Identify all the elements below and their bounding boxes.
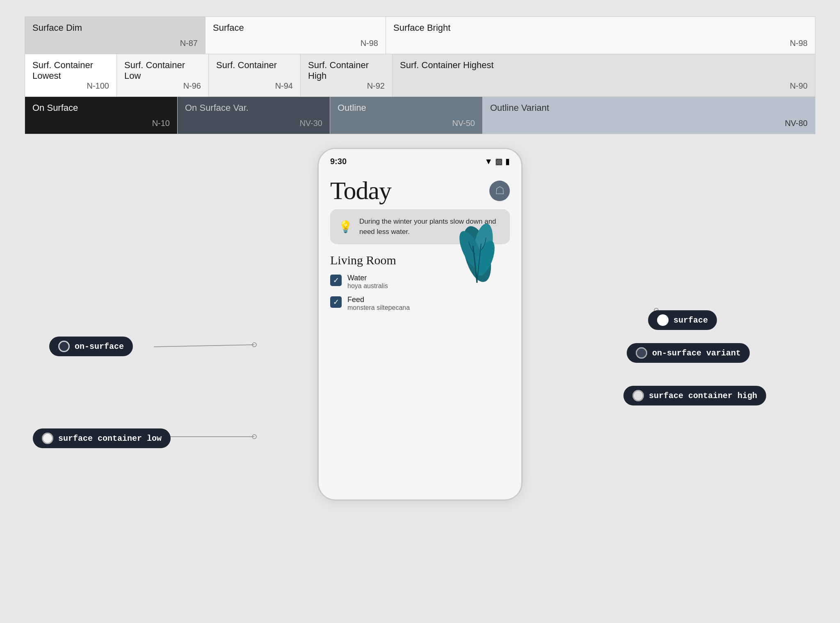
avatar-button[interactable]: ☖ bbox=[489, 181, 510, 201]
user-icon: ☖ bbox=[495, 184, 504, 197]
sc-high-label: Surf. Container High bbox=[308, 60, 385, 81]
sc-highest-label: Surf. Container Highest bbox=[400, 60, 808, 71]
outline-variant-code: NV-80 bbox=[785, 119, 808, 128]
on-surface-annotation-text: on-surface bbox=[75, 342, 124, 351]
status-time: 9:30 bbox=[330, 157, 347, 166]
palette-cell-surface-dim: Surface Dim N-87 bbox=[25, 17, 205, 54]
palette-cell-outline-variant: Outline Variant NV-80 bbox=[483, 97, 815, 134]
annotation-on-surface-variant: on-surface variant bbox=[627, 343, 750, 363]
surface-container-low-annotation-text: surface container low bbox=[58, 434, 162, 443]
battery-icon: ▮ bbox=[505, 156, 510, 166]
header-row: Today ☖ bbox=[330, 176, 510, 205]
surface-container-high-annotation-text: surface container high bbox=[649, 391, 757, 401]
checkbox-0[interactable]: ✓ bbox=[330, 275, 342, 286]
lightbulb-icon: 💡 bbox=[338, 220, 353, 234]
on-surface-variant-circle bbox=[636, 347, 647, 359]
checkmark-icon-0: ✓ bbox=[333, 276, 339, 285]
palette-cell-surface: Surface N-98 bbox=[205, 17, 386, 54]
on-surface-variant-annotation-text: on-surface variant bbox=[652, 348, 741, 358]
sc-lowest-label: Surf. Container Lowest bbox=[32, 60, 109, 81]
task-text-0: Water hoya australis bbox=[347, 274, 388, 290]
tasks-area: ✓ Water hoya australis ✓ Feed monstera s… bbox=[330, 274, 510, 312]
checkbox-1[interactable]: ✓ bbox=[330, 296, 342, 308]
surface-container-high-circle bbox=[632, 390, 644, 401]
annotation-on-surface: on-surface bbox=[49, 337, 133, 356]
on-surface-var-label: On Surface Var. bbox=[185, 103, 322, 113]
surface-annotation-text: surface bbox=[673, 316, 708, 325]
signal-icon: ▩ bbox=[495, 156, 503, 166]
task-sub-1: monstera siltepecana bbox=[347, 304, 410, 312]
task-text-1: Feed monstera siltepecana bbox=[347, 295, 410, 312]
on-surface-var-code: NV-30 bbox=[299, 119, 322, 128]
sc-low-label: Surf. Container Low bbox=[124, 60, 201, 81]
palette-row-3: On Surface N-10 On Surface Var. NV-30 Ou… bbox=[25, 97, 815, 134]
annotation-surface-container-high: surface container high bbox=[623, 386, 766, 405]
surface-container-low-circle bbox=[42, 433, 53, 444]
sc-highest-code: N-90 bbox=[790, 81, 808, 91]
phone-frame: 9:30 ▼ ▩ ▮ Today ☖ 💡 During the winter y… bbox=[317, 148, 523, 501]
surface-bright-code: N-98 bbox=[790, 39, 808, 48]
phone-content: Today ☖ 💡 During the winter your plants … bbox=[319, 170, 521, 498]
outline-variant-label: Outline Variant bbox=[490, 103, 808, 113]
surface-dim-label: Surface Dim bbox=[32, 23, 198, 33]
palette-cell-sc-low: Surf. Container Low N-96 bbox=[117, 54, 209, 96]
wifi-icon: ▼ bbox=[484, 157, 493, 166]
outline-code: NV-50 bbox=[452, 119, 475, 128]
palette-cell-sc-high: Surf. Container High N-92 bbox=[301, 54, 393, 96]
sc-high-code: N-92 bbox=[367, 81, 385, 91]
sc-low-code: N-96 bbox=[183, 81, 201, 91]
palette-section: Surface Dim N-87 Surface N-98 Surface Br… bbox=[25, 16, 815, 134]
checkmark-icon-1: ✓ bbox=[333, 298, 339, 307]
today-title: Today bbox=[330, 176, 391, 205]
palette-cell-outline: Outline NV-50 bbox=[330, 97, 483, 134]
palette-cell-sc: Surf. Container N-94 bbox=[209, 54, 301, 96]
palette-cell-on-surface: On Surface N-10 bbox=[25, 97, 178, 134]
plant-illustration bbox=[452, 221, 502, 287]
palette-cell-surface-bright: Surface Bright N-98 bbox=[386, 17, 815, 54]
status-bar: 9:30 ▼ ▩ ▮ bbox=[319, 149, 521, 170]
palette-row-1: Surface Dim N-87 Surface N-98 Surface Br… bbox=[25, 16, 815, 54]
palette-row-2: Surf. Container Lowest N-100 Surf. Conta… bbox=[25, 54, 815, 97]
annotation-surface: surface bbox=[648, 310, 717, 330]
status-icons: ▼ ▩ ▮ bbox=[484, 156, 510, 166]
on-surface-code: N-10 bbox=[152, 119, 170, 128]
on-surface-circle bbox=[58, 341, 70, 352]
annotation-surface-container-low: surface container low bbox=[33, 428, 171, 448]
palette-cell-on-surface-var: On Surface Var. NV-30 bbox=[178, 97, 330, 134]
palette-cell-sc-lowest: Surf. Container Lowest N-100 bbox=[25, 54, 117, 96]
task-name-0: Water bbox=[347, 274, 388, 282]
surface-label: Surface bbox=[213, 23, 378, 33]
sc-code: N-94 bbox=[275, 81, 293, 91]
task-sub-0: hoya australis bbox=[347, 282, 388, 290]
task-item-1: ✓ Feed monstera siltepecana bbox=[330, 295, 510, 312]
task-name-1: Feed bbox=[347, 295, 410, 304]
surface-circle bbox=[657, 314, 669, 326]
mockup-area: 9:30 ▼ ▩ ▮ Today ☖ 💡 During the winter y… bbox=[0, 135, 840, 623]
surface-dim-code: N-87 bbox=[180, 39, 198, 48]
outline-label: Outline bbox=[338, 103, 475, 113]
palette-cell-sc-highest: Surf. Container Highest N-90 bbox=[393, 54, 815, 96]
sc-lowest-code: N-100 bbox=[87, 81, 109, 91]
surface-code: N-98 bbox=[361, 39, 378, 48]
sc-label: Surf. Container bbox=[216, 60, 293, 71]
on-surface-label: On Surface bbox=[32, 103, 170, 113]
surface-bright-label: Surface Bright bbox=[393, 23, 808, 33]
